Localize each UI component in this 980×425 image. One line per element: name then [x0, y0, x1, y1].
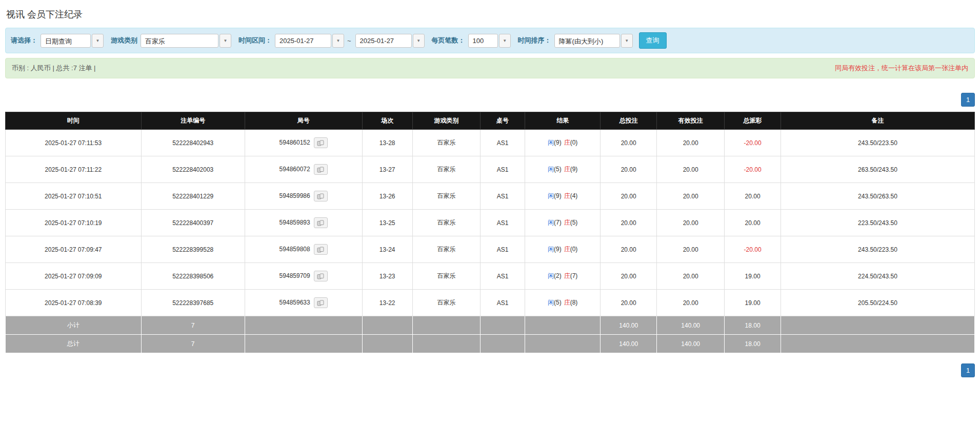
cell-round-id: 594859893	[245, 210, 362, 236]
cell-total-bet[interactable]: 20.00	[601, 236, 657, 263]
view-round-button[interactable]	[314, 217, 328, 228]
date-range-separator: ~	[347, 37, 351, 45]
cell-session: 13-28	[362, 130, 412, 156]
cell-total-bet[interactable]: 20.00	[601, 263, 657, 290]
cell-valid-bet: 20.00	[657, 130, 725, 156]
cell-note: 205.50/224.50	[781, 290, 974, 316]
cell-total-bet[interactable]: 20.00	[601, 130, 657, 156]
cell-result: 闲(9)庄(0)	[525, 130, 601, 156]
chevron-down-icon[interactable]: ▼	[499, 34, 511, 48]
result-player-label: 闲	[548, 192, 554, 199]
chevron-down-icon[interactable]: ▼	[332, 34, 344, 48]
column-header: 时间	[6, 112, 142, 130]
page-size-select[interactable]: 100 ▼	[468, 34, 511, 48]
result-banker-score: (8)	[570, 299, 578, 306]
date-range-label: 时间区间：	[238, 36, 272, 45]
table-row: 2025-01-27 07:09:47522228399528594859808…	[6, 236, 975, 263]
cell-payout: 20.00	[725, 183, 781, 210]
date-from-select[interactable]: 2025-01-27 ▼	[275, 34, 344, 48]
view-round-button[interactable]	[314, 271, 328, 281]
cell-bet-id: 522228400397	[141, 210, 245, 236]
sort-order-value[interactable]: 降冪(由大到小)	[554, 34, 620, 48]
round-id-text: 594859633	[279, 299, 310, 306]
cell-game-type: 百家乐	[412, 236, 480, 263]
cell-total-bet[interactable]: 20.00	[601, 183, 657, 210]
cell-time: 2025-01-27 07:09:09	[6, 263, 142, 290]
table-body: 2025-01-27 07:11:53522228402943594860152…	[6, 130, 975, 353]
cell-payout: 19.00	[725, 263, 781, 290]
search-button[interactable]: 查询	[639, 32, 667, 49]
cell-note: 223.50/243.50	[781, 210, 974, 236]
table-row: 2025-01-27 07:08:39522228397685594859633…	[6, 290, 975, 316]
page-button-1[interactable]: 1	[961, 93, 975, 107]
cell-total-bet[interactable]: 20.00	[601, 156, 657, 183]
cell-payout: 20.00	[725, 210, 781, 236]
page-size-value[interactable]: 100	[468, 34, 498, 48]
column-header: 备注	[781, 112, 974, 130]
result-banker-label: 庄	[564, 192, 570, 199]
cell-round-id: 594859709	[245, 263, 362, 290]
view-round-button[interactable]	[314, 297, 328, 308]
chevron-down-icon[interactable]: ▼	[92, 34, 104, 48]
date-to-select[interactable]: 2025-01-27 ▼	[355, 34, 425, 48]
chevron-down-icon[interactable]: ▼	[219, 34, 231, 48]
cell-result: 闲(7)庄(5)	[525, 210, 601, 236]
result-banker-label: 庄	[564, 166, 570, 173]
date-to-value[interactable]: 2025-01-27	[355, 34, 412, 48]
cell-note: 243.50/223.50	[781, 130, 974, 156]
footer-payout: 18.00	[725, 316, 781, 335]
cell-time: 2025-01-27 07:08:39	[6, 290, 142, 316]
cell-session: 13-23	[362, 263, 412, 290]
cell-note: 263.50/243.50	[781, 156, 974, 183]
result-player-label: 闲	[548, 299, 554, 306]
cell-session: 13-25	[362, 210, 412, 236]
footer-empty-cell	[481, 316, 525, 335]
game-type-value[interactable]: 百家乐	[141, 34, 218, 48]
cards-icon	[317, 247, 324, 253]
cell-round-id: 594859808	[245, 236, 362, 263]
cell-table-no: AS1	[481, 156, 525, 183]
cards-icon	[317, 273, 324, 279]
cell-valid-bet: 20.00	[657, 290, 725, 316]
cell-bet-id: 522228397685	[141, 290, 245, 316]
game-type-select[interactable]: 百家乐 ▼	[141, 34, 231, 48]
table-row: 2025-01-27 07:10:51522228401229594859986…	[6, 183, 975, 210]
view-round-button[interactable]	[314, 191, 328, 201]
page-button-1[interactable]: 1	[961, 363, 975, 377]
cell-note: 243.50/263.50	[781, 183, 974, 210]
cell-valid-bet: 20.00	[657, 236, 725, 263]
cell-total-bet[interactable]: 20.00	[601, 210, 657, 236]
query-type-select[interactable]: 日期查询 ▼	[41, 34, 104, 48]
subtotal-row: 小计7140.00140.0018.00	[6, 316, 975, 335]
cell-payout: 19.00	[725, 290, 781, 316]
summary-notice: 同局有效投注，统一计算在该局第一张注单内	[835, 64, 968, 73]
cell-valid-bet: 20.00	[657, 156, 725, 183]
view-round-button[interactable]	[314, 164, 328, 175]
chevron-down-icon[interactable]: ▼	[413, 34, 425, 48]
cell-total-bet[interactable]: 20.00	[601, 290, 657, 316]
footer-empty-cell	[412, 316, 480, 335]
chevron-down-icon[interactable]: ▼	[621, 34, 633, 48]
summary-bar: 币别 : 人民币 | 总共 :7 注单 | 同局有效投注，统一计算在该局第一张注…	[5, 58, 975, 78]
cell-round-id: 594859633	[245, 290, 362, 316]
cell-payout: -20.00	[725, 130, 781, 156]
sort-order-label: 时间排序：	[518, 36, 551, 45]
column-header: 总派彩	[725, 112, 781, 130]
cell-payout: -20.00	[725, 156, 781, 183]
query-type-value[interactable]: 日期查询	[41, 34, 91, 48]
table-row: 2025-01-27 07:11:53522228402943594860152…	[6, 130, 975, 156]
view-round-button[interactable]	[314, 137, 328, 148]
date-from-value[interactable]: 2025-01-27	[275, 34, 331, 48]
footer-count: 7	[141, 335, 245, 353]
cell-bet-id: 522228401229	[141, 183, 245, 210]
result-banker-label: 庄	[564, 139, 570, 146]
view-round-button[interactable]	[314, 244, 328, 255]
sort-order-select[interactable]: 降冪(由大到小) ▼	[554, 34, 633, 48]
result-player-score: (5)	[554, 299, 562, 306]
result-player-label: 闲	[548, 219, 554, 226]
cell-game-type: 百家乐	[412, 156, 480, 183]
cell-table-no: AS1	[481, 263, 525, 290]
cell-valid-bet: 20.00	[657, 263, 725, 290]
footer-empty-cell	[245, 335, 362, 353]
filter-bar: 请选择： 日期查询 ▼ 游戏类别 百家乐 ▼ 时间区间： 2025-01-27 …	[5, 28, 975, 53]
